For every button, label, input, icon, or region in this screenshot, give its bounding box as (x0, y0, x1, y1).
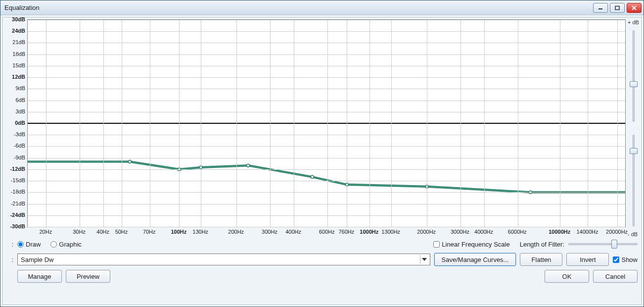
show-checkbox-input[interactable] (613, 256, 619, 263)
curve-select-value: Sample Dw (21, 256, 53, 263)
graphic-radio[interactable]: Graphic (50, 241, 82, 248)
x-axis-labels: 20Hz30Hz40Hz50Hz70Hz100Hz130Hz200Hz300Hz… (27, 227, 626, 237)
draw-radio[interactable]: Draw (17, 241, 41, 248)
x-label: 30Hz (73, 229, 86, 235)
close-button[interactable] (627, 3, 642, 13)
plus-db-label: + dB (628, 19, 640, 25)
mode-prefix: : (6, 241, 13, 248)
y-label: 3dB (15, 108, 25, 114)
graph-row: 30dB24dB21dB18dB15dB12dB9dB6dB3dB0dB-3dB… (4, 19, 640, 237)
x-label: 70Hz (143, 229, 156, 235)
y-label: 12dB (12, 74, 25, 80)
curve-select[interactable]: Sample Dw (17, 254, 430, 265)
titlebar: Equalization (0, 0, 644, 15)
maximize-button[interactable] (610, 3, 625, 13)
y-label: 21dB (12, 39, 25, 45)
minus-db-label: - dB (628, 231, 640, 237)
svg-point-8 (311, 175, 314, 178)
flatten-button[interactable]: Flatten (520, 253, 562, 266)
x-label: 6000Hz (508, 229, 527, 235)
x-label: 40Hz (96, 229, 109, 235)
svg-rect-1 (615, 6, 619, 9)
y-label: 9dB (15, 85, 25, 91)
y-label: 24dB (12, 28, 25, 34)
svg-point-4 (128, 160, 131, 163)
draw-radio-input[interactable] (17, 241, 24, 248)
linear-scale-input[interactable] (433, 241, 440, 248)
dialog-content: 30dB24dB21dB18dB15dB12dB9dB6dB3dB0dB-3dB… (2, 17, 642, 305)
minimize-button[interactable] (593, 3, 608, 13)
eq-plot[interactable] (27, 19, 626, 227)
y-label: 18dB (12, 51, 25, 57)
svg-point-7 (247, 164, 250, 167)
y-label: -21dB (11, 201, 25, 206)
show-checkbox[interactable]: Show (613, 256, 638, 263)
x-label: 760Hz (338, 229, 354, 235)
x-label: 400Hz (285, 229, 301, 235)
y-label: -30dB (10, 223, 25, 229)
x-label: 100Hz (171, 229, 186, 235)
db-sliders: + dB - dB (626, 19, 640, 237)
curve-prefix: : (6, 256, 13, 263)
lower-db-slider[interactable] (628, 130, 640, 231)
draw-radio-label: Draw (26, 241, 41, 248)
x-label: 10000Hz (549, 229, 570, 235)
y-label: -18dB (11, 189, 25, 195)
graphic-radio-input[interactable] (50, 241, 57, 248)
y-label: -6dB (14, 143, 25, 149)
x-label: 1000Hz (360, 229, 378, 235)
linear-scale-label: Linear Frequency Scale (442, 241, 509, 248)
x-label: 1300Hz (381, 229, 400, 235)
graphic-radio-label: Graphic (59, 241, 82, 248)
bottom-row: Manage Preview OK Cancel (4, 268, 640, 285)
window-buttons (593, 3, 644, 13)
y-label: -3dB (14, 131, 25, 137)
x-label: 130Hz (192, 229, 208, 235)
y-label: -24dB (10, 212, 25, 218)
x-label: 20Hz (39, 229, 52, 235)
y-axis-labels: 30dB24dB21dB18dB15dB12dB9dB6dB3dB0dB-3dB… (4, 19, 27, 237)
cancel-button[interactable]: Cancel (593, 270, 638, 283)
plot-wrap: 20Hz30Hz40Hz50Hz70Hz100Hz130Hz200Hz300Hz… (27, 19, 626, 237)
y-label: 15dB (12, 62, 25, 68)
invert-button[interactable]: Invert (566, 253, 609, 266)
preview-button[interactable]: Preview (66, 270, 110, 283)
upper-db-slider[interactable] (628, 25, 640, 127)
manage-button[interactable]: Manage (17, 270, 62, 283)
chevron-down-icon (420, 255, 429, 264)
x-label: 4000Hz (474, 229, 493, 235)
y-label: -12dB (10, 166, 25, 172)
y-label: 0dB (15, 120, 25, 126)
x-label: 2000Hz (417, 229, 436, 235)
filter-length-label: Length of Filter: (520, 241, 564, 248)
ok-button[interactable]: OK (545, 270, 589, 283)
x-label: 50Hz (115, 229, 128, 235)
show-checkbox-label: Show (621, 256, 638, 263)
x-label: 200Hz (228, 229, 244, 235)
y-label: 6dB (15, 97, 25, 103)
window-title: Equalization (4, 4, 593, 11)
filter-length-slider[interactable] (568, 239, 638, 249)
x-label: 14000Hz (576, 229, 598, 235)
y-label: -9dB (14, 154, 25, 160)
curve-row: : Sample Dw Save/Manage Curves... Flatte… (4, 251, 640, 268)
svg-marker-12 (422, 258, 427, 261)
linear-scale-checkbox[interactable]: Linear Frequency Scale (433, 241, 509, 248)
y-label: -15dB (11, 177, 25, 183)
x-label: 600Hz (319, 229, 335, 235)
save-manage-curves-button[interactable]: Save/Manage Curves... (434, 253, 516, 266)
y-label: 30dB (12, 16, 25, 22)
x-label: 20000Hz (606, 229, 628, 235)
x-label: 3000Hz (451, 229, 469, 235)
x-label: 300Hz (262, 229, 277, 235)
mode-row: : Draw Graphic Linear Frequency Scale Le… (4, 237, 640, 251)
